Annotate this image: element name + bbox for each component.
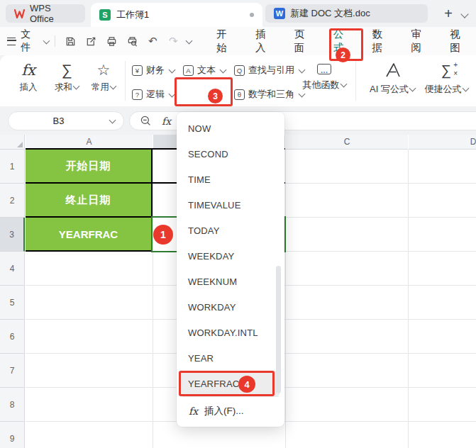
menu-item-timevalue[interactable]: TIMEVALUE — [177, 192, 284, 218]
menu-item-today[interactable]: TODAY — [177, 218, 284, 243]
insert-function-label: 插入(F)... — [204, 405, 244, 418]
dropdown-scrollbar[interactable] — [276, 266, 281, 393]
annotation-badge-3: 3 — [208, 89, 223, 103]
cell-a2[interactable]: 终止日期 — [26, 184, 151, 216]
quick-formula-label: 便捷公式 — [425, 84, 462, 94]
word-doc-icon: W — [274, 8, 285, 19]
export-button[interactable] — [82, 33, 99, 50]
math-trig-label: 数学和三角 — [248, 88, 294, 101]
row-header-4[interactable]: 4 — [0, 252, 25, 286]
text-icon: A — [183, 65, 194, 76]
logic-label: 逻辑 — [146, 88, 165, 101]
save-button[interactable] — [62, 33, 79, 50]
wps-logo-icon — [14, 9, 25, 18]
row-header-8[interactable]: 8 — [0, 388, 25, 422]
menu-item-weeknum[interactable]: WEEKNUM — [177, 269, 284, 294]
menu-item-now[interactable]: NOW — [177, 116, 284, 141]
cell-a1[interactable]: 开始日期 — [26, 150, 151, 182]
math-trig-functions-button[interactable]: θ 数学和三角 — [234, 86, 304, 103]
menu-item-year[interactable]: YEAR — [177, 345, 284, 371]
print-button[interactable] — [103, 33, 120, 50]
finance-icon: ¥ — [132, 65, 143, 76]
menu-bar: 文件 ↶ ↷ 开始 插入 页面 公式 数据 审阅 视图 — [0, 27, 476, 55]
cell-reference: B3 — [9, 116, 109, 126]
name-box[interactable]: B3 — [8, 111, 124, 130]
ai-formula-button[interactable]: AI 写公式 — [363, 59, 421, 96]
ellipsis-icon: … — [317, 64, 331, 74]
sum-button[interactable]: ∑ 求和 — [48, 59, 85, 94]
sum-label: 求和 — [55, 82, 72, 92]
hamburger-menu-icon[interactable] — [7, 38, 16, 45]
common-label: 常用 — [92, 82, 109, 92]
annotation-badge-2: 2 — [336, 47, 350, 62]
divider — [355, 61, 356, 101]
insert-function-button[interactable]: fx 插入 — [10, 59, 47, 94]
magnifier-icon: Q — [234, 65, 245, 76]
gridline — [153, 150, 153, 448]
quick-formula-button[interactable]: ∑ + × 便捷公式 — [419, 59, 474, 96]
text-label: 文本 — [197, 64, 216, 77]
chevron-down-icon — [220, 66, 227, 73]
ribbon: fx 插入 ∑ 求和 ☆ 常用 ¥ 财务 A 文本 Q 查找与引用 ? 逻辑 时… — [0, 55, 476, 107]
spreadsheet-icon: S — [99, 9, 111, 21]
menu-item-workday-intl[interactable]: WORKDAY.INTL — [177, 320, 284, 345]
menu-item-time[interactable]: TIME — [177, 167, 284, 192]
other-functions-label: 其他函数 — [303, 79, 340, 90]
chevron-down-icon — [409, 85, 416, 92]
name-box-chevron-icon[interactable] — [109, 117, 116, 124]
fx-icon: fx — [162, 116, 171, 127]
file-menu-chevron-icon[interactable] — [43, 37, 50, 44]
menu-item-weekday[interactable]: WEEKDAY — [177, 243, 284, 269]
sigma-icon: ∑ — [62, 59, 72, 79]
menu-item-second[interactable]: SECOND — [177, 141, 284, 167]
other-functions-button[interactable]: … 其他函数 — [299, 59, 349, 91]
menu-item-workday[interactable]: WORKDAY — [177, 294, 284, 320]
cell-a3[interactable]: YEARFRAC — [26, 218, 151, 250]
text-functions-button[interactable]: A 文本 — [183, 62, 226, 79]
column-header-d[interactable]: D — [409, 135, 476, 150]
sigma-plus-icon: ∑ + × — [441, 59, 451, 79]
wps-office-home-tab[interactable]: WPS Office — [6, 4, 85, 23]
chevron-down-icon — [340, 81, 347, 88]
question-icon: ? — [132, 89, 143, 100]
chevron-down-icon — [110, 83, 117, 90]
quick-access-toolbar: ↶ ↷ — [62, 33, 192, 50]
gridline — [408, 150, 409, 448]
row-header-6[interactable]: 6 — [0, 320, 25, 354]
annotation-box-step4 — [179, 371, 275, 396]
file-menu[interactable]: 文件 — [21, 28, 39, 54]
row-header-1[interactable]: 1 — [0, 150, 25, 184]
undo-button[interactable]: ↶ — [144, 33, 161, 50]
tab-list-chevron-icon[interactable] — [460, 10, 468, 18]
common-functions-button[interactable]: ☆ 常用 — [85, 59, 122, 94]
qat-chevron-icon[interactable] — [186, 37, 193, 44]
column-header-a[interactable]: A — [26, 135, 153, 150]
row-header-7[interactable]: 7 — [0, 354, 25, 388]
column-header-c[interactable]: C — [286, 135, 408, 150]
theta-icon: θ — [234, 89, 245, 100]
chevron-down-icon — [169, 66, 176, 73]
row-header-5[interactable]: 5 — [0, 286, 25, 320]
print-preview-button[interactable] — [123, 33, 140, 50]
logic-functions-button[interactable]: ? 逻辑 — [132, 86, 175, 103]
cell-border — [26, 250, 153, 252]
annotation-badge-4: 4 — [238, 376, 255, 393]
row-header-3[interactable]: 3 — [0, 218, 25, 252]
lookup-label: 查找与引用 — [248, 64, 294, 77]
fx-icon: fx — [21, 59, 35, 79]
zoom-out-icon[interactable] — [140, 115, 152, 127]
chevron-down-icon — [462, 85, 469, 92]
lookup-functions-button[interactable]: Q 查找与引用 — [234, 62, 304, 79]
row-header-2[interactable]: 2 — [0, 184, 25, 218]
doc-tab-label: 新建 DOC 文档.doc — [290, 7, 370, 20]
finance-functions-button[interactable]: ¥ 财务 — [132, 62, 175, 79]
chevron-down-icon — [73, 83, 80, 90]
divider — [125, 61, 126, 101]
menu-item-insert-function[interactable]: fx 插入(F)... — [177, 397, 284, 425]
insert-function-label: 插入 — [20, 82, 38, 94]
row-header-9[interactable]: 9 — [0, 422, 25, 448]
redo-button[interactable]: ↷ — [165, 33, 182, 50]
ai-formula-label: AI 写公式 — [370, 84, 409, 94]
ai-icon — [383, 59, 402, 79]
select-all-corner[interactable] — [0, 135, 25, 150]
